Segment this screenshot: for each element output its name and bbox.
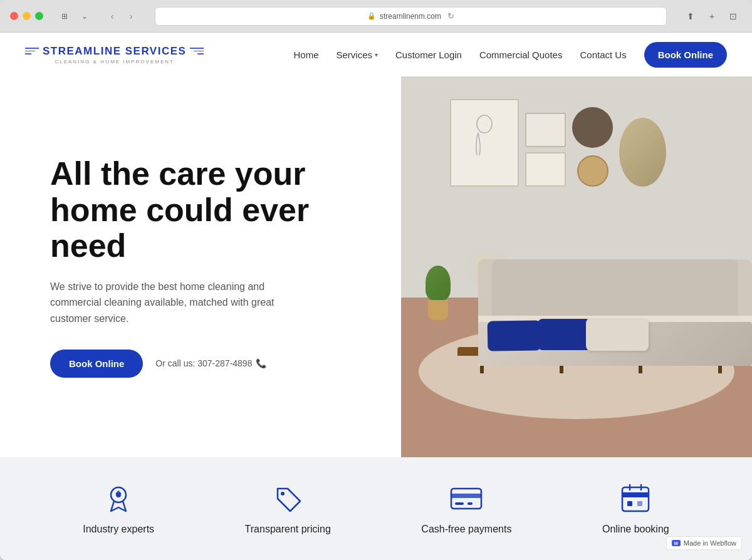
nav-link-customer-login[interactable]: Customer Login	[395, 49, 462, 60]
art-frame-large	[450, 99, 519, 187]
art-frame-sm2	[525, 152, 566, 187]
logo-subtitle: CLEANING & HOME IMPROVEMENT	[55, 59, 174, 65]
wall-art-circles	[572, 107, 613, 187]
wall-art-group	[450, 99, 666, 187]
nav-links: Home Services ▾ Customer Login Commercia…	[293, 42, 727, 68]
feature-item-industry-experts: Industry experts	[83, 482, 154, 535]
credit-card-icon	[450, 482, 483, 515]
logo-lines-left	[25, 48, 39, 54]
tag-icon	[271, 482, 304, 515]
svg-point-0	[477, 115, 492, 133]
svg-rect-6	[455, 502, 464, 505]
svg-rect-9	[622, 492, 649, 497]
browser-window: ⊞ ⌄ ‹ › 🔒 streamlinenm.com ↻ ⬆ + ⊡	[0, 0, 752, 560]
logo-lines-right	[190, 48, 204, 54]
sidebar-icon[interactable]: ⊡	[724, 8, 742, 25]
feature-item-transparent-pricing: Transparent pricing	[245, 482, 331, 535]
feature-label-cash-free-payments: Cash-free payments	[421, 524, 511, 535]
webflow-badge-text: Made in Webflow	[684, 539, 736, 547]
webflow-logo-icon: W	[672, 540, 681, 546]
maximize-button[interactable]	[35, 12, 43, 20]
plant	[426, 266, 451, 320]
window-grid-icon[interactable]: ⊞	[56, 10, 73, 23]
feature-item-online-booking: Online booking	[602, 482, 669, 535]
features-section: Industry experts Transparent pricing	[0, 457, 752, 560]
traffic-lights	[10, 12, 43, 20]
features-wrapper: Industry experts Transparent pricing	[0, 457, 752, 560]
feature-label-industry-experts: Industry experts	[83, 524, 154, 535]
hero-bedroom-image	[401, 76, 752, 457]
bed	[478, 259, 752, 366]
browser-actions: ⬆ + ⊡	[682, 8, 742, 25]
phone-icon: 📞	[256, 358, 266, 368]
nav-arrows: ‹ ›	[103, 8, 140, 25]
hero-heading: All the care your home could ever need	[50, 156, 363, 264]
wall-circle-woven	[577, 155, 608, 187]
svg-rect-12	[627, 501, 632, 506]
minimize-button[interactable]	[23, 12, 31, 20]
hero-section: All the care your home could ever need W…	[0, 76, 752, 457]
hero-book-online-button[interactable]: Book Online	[50, 350, 143, 378]
nav-link-home[interactable]: Home	[293, 49, 318, 60]
website-content: STREAMLINE SERVICES CLEANING & HOME IMPR…	[0, 33, 752, 560]
lock-icon: 🔒	[367, 12, 376, 20]
share-icon[interactable]: ⬆	[682, 8, 699, 25]
logo: STREAMLINE SERVICES CLEANING & HOME IMPR…	[25, 45, 204, 65]
feature-label-transparent-pricing: Transparent pricing	[245, 524, 331, 535]
svg-rect-13	[637, 501, 642, 506]
hero-left: All the care your home could ever need W…	[0, 76, 401, 457]
forward-arrow[interactable]: ›	[122, 8, 140, 25]
back-arrow[interactable]: ‹	[103, 8, 121, 25]
svg-rect-8	[622, 487, 649, 511]
feature-item-cash-free-payments: Cash-free payments	[421, 482, 511, 535]
calendar-icon	[619, 482, 652, 515]
nav-link-services[interactable]: Services ▾	[336, 49, 378, 60]
close-button[interactable]	[10, 12, 18, 20]
wall-circle-dark	[572, 107, 613, 148]
window-controls: ⊞ ⌄	[56, 10, 93, 23]
feature-label-online-booking: Online booking	[602, 524, 669, 535]
svg-rect-7	[467, 502, 473, 505]
hero-subtext: We strive to provide the best home clean…	[50, 279, 301, 327]
nav-link-contact-us[interactable]: Contact Us	[580, 49, 626, 60]
address-bar[interactable]: 🔒 streamlinenm.com ↻	[155, 7, 667, 26]
wall-art-small-group	[525, 113, 566, 187]
refresh-icon[interactable]: ↻	[447, 11, 454, 21]
art-frame-sm1	[525, 113, 566, 147]
svg-rect-5	[451, 494, 481, 498]
navbar-book-online-button[interactable]: Book Online	[644, 42, 727, 68]
services-dropdown-icon: ▾	[375, 51, 378, 58]
svg-rect-4	[451, 489, 481, 509]
hero-image-container	[401, 76, 752, 457]
logo-title: STREAMLINE SERVICES	[43, 45, 186, 58]
logo-text: STREAMLINE SERVICES	[43, 45, 186, 58]
nav-link-commercial-quotes[interactable]: Commercial Quotes	[479, 49, 563, 60]
new-tab-icon[interactable]: +	[703, 8, 721, 25]
wall-woven-large	[619, 118, 666, 187]
svg-point-3	[281, 492, 285, 495]
award-icon	[102, 482, 135, 515]
hero-cta: Book Online Or call us: 307-287-4898 📞	[50, 350, 363, 378]
browser-titlebar: ⊞ ⌄ ‹ › 🔒 streamlinenm.com ↻ ⬆ + ⊡	[0, 0, 752, 33]
chevron-down-icon[interactable]: ⌄	[76, 10, 93, 23]
hero-call-text: Or call us: 307-287-4898 📞	[155, 358, 266, 368]
navbar: STREAMLINE SERVICES CLEANING & HOME IMPR…	[0, 33, 752, 76]
url-text: streamlinenm.com	[380, 12, 441, 21]
webflow-badge: W Made in Webflow	[666, 536, 742, 550]
